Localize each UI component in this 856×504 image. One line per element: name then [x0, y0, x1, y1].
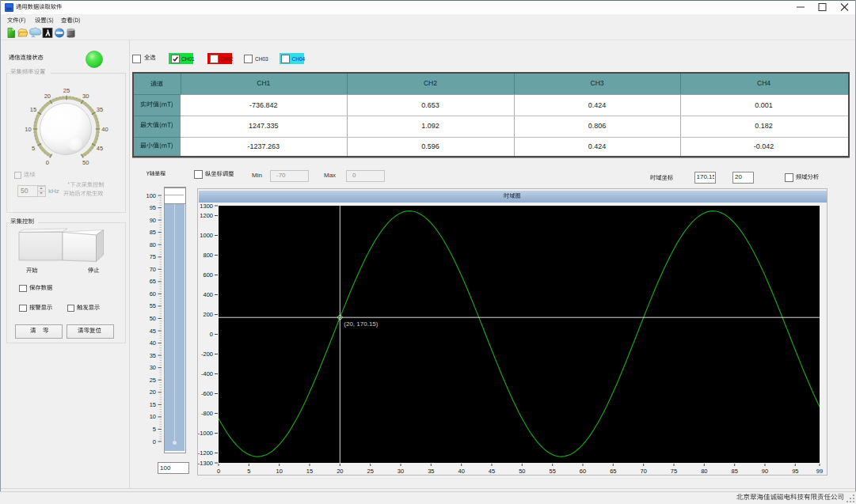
svg-text:25: 25: [63, 87, 70, 94]
svg-text:15: 15: [150, 401, 156, 408]
svg-text:75: 75: [150, 253, 156, 260]
svg-text:55: 55: [150, 302, 156, 309]
svg-text:15: 15: [30, 106, 36, 113]
svg-text:200: 200: [203, 311, 213, 318]
svg-text:80: 80: [150, 241, 156, 248]
svg-text:0: 0: [210, 331, 213, 338]
svg-text:55: 55: [550, 468, 556, 475]
svg-text:5: 5: [153, 426, 156, 433]
svg-text:25: 25: [150, 377, 156, 384]
svg-text:1200: 1200: [200, 212, 213, 219]
svg-text:35: 35: [428, 468, 434, 475]
svg-text:1000: 1000: [200, 232, 213, 239]
svg-text:45: 45: [150, 328, 156, 335]
svg-text:65: 65: [150, 278, 156, 285]
svg-text:800: 800: [203, 252, 213, 259]
svg-text:40: 40: [101, 126, 108, 133]
svg-text:20: 20: [150, 388, 156, 396]
svg-text:95: 95: [792, 468, 798, 475]
svg-text:15: 15: [306, 468, 313, 475]
svg-text:30: 30: [398, 468, 404, 475]
svg-text:45: 45: [97, 145, 103, 152]
svg-text:40: 40: [150, 339, 156, 347]
svg-text:-1000: -1000: [198, 430, 213, 437]
svg-text:80: 80: [701, 468, 707, 475]
svg-text:30: 30: [82, 93, 89, 100]
svg-text:75: 75: [671, 468, 677, 475]
svg-text:5: 5: [247, 468, 250, 475]
svg-text:35: 35: [150, 352, 156, 359]
svg-text:20: 20: [337, 468, 343, 475]
svg-text:85: 85: [732, 468, 738, 475]
svg-text:100: 100: [146, 192, 156, 199]
svg-text:0: 0: [46, 159, 49, 166]
svg-text:95: 95: [150, 204, 156, 211]
svg-text:400: 400: [203, 291, 213, 298]
svg-text:50: 50: [82, 159, 89, 166]
svg-text:600: 600: [203, 271, 213, 279]
svg-text:25: 25: [367, 468, 374, 475]
svg-text:50: 50: [150, 315, 156, 322]
svg-text:70: 70: [150, 266, 156, 273]
svg-text:0: 0: [217, 468, 220, 475]
svg-text:10: 10: [150, 413, 156, 420]
svg-text:20: 20: [44, 93, 51, 100]
svg-text:30: 30: [150, 364, 156, 371]
svg-text:45: 45: [489, 468, 495, 475]
svg-text:99: 99: [816, 468, 823, 475]
svg-text:-1300: -1300: [198, 460, 213, 467]
svg-text:35: 35: [97, 106, 103, 113]
svg-text:0: 0: [153, 438, 156, 445]
svg-text:-200: -200: [201, 351, 213, 358]
svg-text:85: 85: [150, 229, 156, 236]
svg-text:60: 60: [150, 290, 156, 297]
svg-text:1300: 1300: [200, 203, 213, 210]
svg-text:-600: -600: [201, 390, 213, 397]
svg-text:-800: -800: [201, 410, 213, 417]
svg-text:90: 90: [762, 468, 768, 475]
svg-text:-1200: -1200: [198, 449, 213, 457]
svg-text:65: 65: [610, 468, 616, 475]
svg-text:70: 70: [641, 468, 647, 475]
svg-text:-400: -400: [201, 370, 213, 377]
svg-text:60: 60: [580, 468, 586, 475]
svg-text:90: 90: [150, 217, 156, 224]
svg-text:40: 40: [458, 468, 465, 475]
svg-text:10: 10: [25, 126, 31, 133]
svg-text:10: 10: [276, 468, 283, 475]
svg-text:5: 5: [32, 145, 35, 152]
svg-text:50: 50: [519, 468, 525, 475]
